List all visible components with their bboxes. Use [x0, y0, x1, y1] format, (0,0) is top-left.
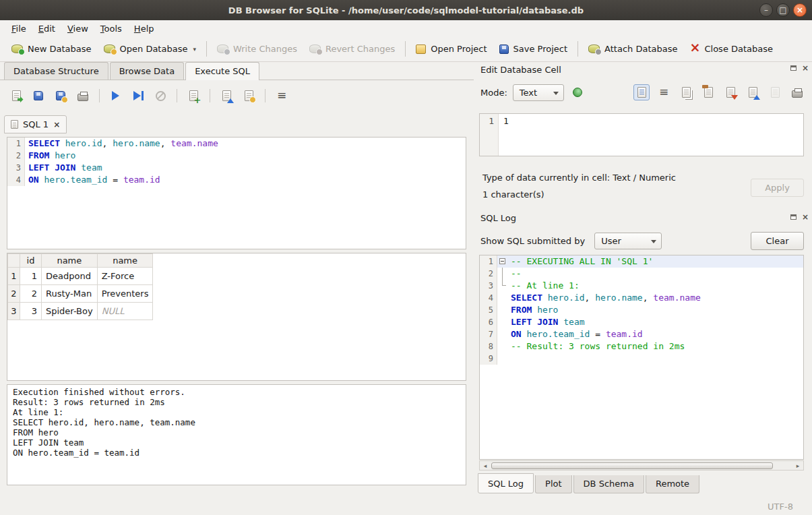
dock-tab-db-schema[interactable]: DB Schema: [573, 475, 644, 493]
close-dock-icon[interactable]: ×: [802, 214, 809, 220]
print-sql-button[interactable]: [75, 88, 91, 104]
submitter-value: User: [601, 236, 621, 246]
code-line: 7ON hero.team_id = team.id: [480, 328, 803, 340]
clear-button[interactable]: Clear: [751, 232, 804, 250]
cell[interactable]: Rusty-Man: [42, 285, 98, 303]
titlebar[interactable]: DB Browser for SQLite - /home/user/code/…: [0, 0, 812, 20]
text-view-button[interactable]: [633, 84, 650, 100]
maximize-icon[interactable]: □: [776, 3, 790, 17]
open-sql-new-tab-button[interactable]: [185, 88, 201, 104]
minimize-icon[interactable]: –: [759, 3, 773, 17]
cell-line-number: 1: [480, 114, 499, 156]
menu-view[interactable]: View: [61, 22, 94, 36]
cell[interactable]: Deadpond: [42, 268, 98, 285]
print-cell-button[interactable]: [789, 84, 805, 100]
tab-browse-data[interactable]: Browse Data: [110, 62, 185, 80]
column-header-id[interactable]: id: [20, 254, 42, 268]
open-sql-file-button[interactable]: [8, 88, 24, 104]
fold-marker-icon[interactable]: [499, 258, 505, 264]
stop-icon: [156, 91, 166, 101]
scroll-right-icon[interactable]: ▸: [792, 462, 803, 469]
sql-log-title: SQL Log: [480, 213, 516, 223]
cell-word-wrap-button[interactable]: [656, 84, 672, 100]
save-sql-file-icon: [34, 91, 43, 100]
revert-changes-icon: [309, 44, 321, 53]
cell-word-wrap-icon: [658, 87, 669, 98]
paste-cell-button[interactable]: [700, 84, 716, 100]
dock-tab-plot[interactable]: Plot: [535, 475, 572, 493]
cell[interactable]: 3: [20, 303, 42, 320]
execute-all-button[interactable]: [108, 88, 124, 104]
cell[interactable]: Preventers: [97, 285, 153, 303]
code-line: 9: [480, 353, 803, 365]
sql-tab-bar: SQL 1 ×: [4, 115, 67, 133]
save-project-button[interactable]: Save Project: [493, 40, 574, 58]
tab-database-structure[interactable]: Database Structure: [4, 62, 108, 80]
filter-label: Show SQL submitted by: [480, 236, 585, 246]
sql-log-view[interactable]: 1-- EXECUTING ALL IN 'SQL 1'2--3-- At li…: [479, 255, 804, 460]
new-database-button[interactable]: New Database: [5, 40, 98, 58]
save-results-button[interactable]: [241, 88, 257, 104]
scroll-left-icon[interactable]: ◂: [480, 462, 491, 469]
export-results-button[interactable]: [218, 88, 235, 104]
cell[interactable]: 2: [20, 285, 42, 303]
close-window-icon[interactable]: ×: [793, 3, 807, 17]
set-null-icon: [771, 87, 780, 98]
export-cell-button[interactable]: [745, 84, 761, 100]
stop-execution-button: [152, 88, 168, 104]
export-icon: [749, 87, 757, 98]
import-cell-button[interactable]: [722, 84, 739, 100]
word-wrap-button[interactable]: [274, 88, 290, 104]
column-header-name[interactable]: name: [97, 254, 153, 268]
menu-tools[interactable]: Tools: [94, 22, 128, 36]
float-dock-icon[interactable]: [790, 214, 797, 220]
dock-tab-sql-log[interactable]: SQL Log: [478, 473, 534, 493]
cell[interactable]: 1: [20, 268, 42, 285]
mode-select[interactable]: Text: [513, 84, 564, 101]
log-horizontal-scrollbar[interactable]: ◂ ▸: [479, 460, 804, 471]
code-line: 4ON hero.team_id = team.id: [7, 174, 466, 186]
cell[interactable]: Z-Force: [97, 268, 153, 285]
edit-cell-dock-controls: ×: [790, 65, 809, 71]
code-line: 5FROM hero: [480, 304, 803, 316]
dropdown-arrow-icon[interactable]: ▾: [193, 46, 196, 53]
open-database-button[interactable]: Open Database▾: [98, 40, 202, 58]
tab-execute-sql[interactable]: Execute SQL: [185, 62, 259, 80]
cell-edit-icons: [633, 84, 805, 100]
save-project-icon: [499, 44, 509, 54]
row-number[interactable]: 1: [8, 268, 20, 285]
menu-file[interactable]: File: [5, 22, 32, 36]
sql-tab-label: SQL 1: [23, 119, 49, 129]
dock-tab-remote[interactable]: Remote: [646, 475, 699, 493]
menu-help[interactable]: Help: [128, 22, 160, 36]
cell-type-info: Type of data currently in cell: Text / N…: [482, 173, 676, 183]
copy-cell-button[interactable]: [678, 84, 694, 100]
execute-current-line-icon: [133, 91, 144, 100]
submitter-select[interactable]: User: [594, 233, 662, 249]
sql-tab[interactable]: SQL 1 ×: [4, 115, 67, 133]
toolbar-separator: [206, 41, 207, 57]
close-dock-icon[interactable]: ×: [802, 65, 809, 71]
menu-edit[interactable]: Edit: [32, 22, 61, 36]
statusbar: UTF-8: [0, 497, 812, 515]
save-sql-file-button[interactable]: [30, 88, 46, 104]
save-sql-file-as-button[interactable]: [53, 88, 69, 104]
attach-database-button[interactable]: Attach Database: [582, 40, 683, 58]
row-number[interactable]: 2: [8, 285, 20, 303]
execute-current-line-button[interactable]: [130, 88, 146, 104]
column-header-name[interactable]: name: [42, 254, 98, 268]
scrollbar-thumb[interactable]: [491, 462, 773, 469]
auto-switch-mode-button[interactable]: [569, 84, 586, 100]
mode-label: Mode:: [480, 88, 507, 98]
cell[interactable]: NULL: [97, 303, 153, 320]
cell[interactable]: Spider-Boy: [42, 303, 98, 320]
code-line: 2FROM hero: [7, 150, 466, 162]
open-project-button[interactable]: Open Project: [410, 40, 493, 58]
sql-editor[interactable]: 1SELECT hero.id, hero.name, team.name2FR…: [7, 137, 466, 249]
close-tab-icon[interactable]: ×: [53, 120, 60, 129]
cell-editor[interactable]: 1 1: [479, 113, 804, 156]
row-number[interactable]: 3: [8, 303, 20, 320]
close-database-button[interactable]: Close Database: [683, 40, 779, 58]
app-window: DB Browser for SQLite - /home/user/code/…: [0, 0, 812, 515]
float-dock-icon[interactable]: [790, 65, 797, 71]
